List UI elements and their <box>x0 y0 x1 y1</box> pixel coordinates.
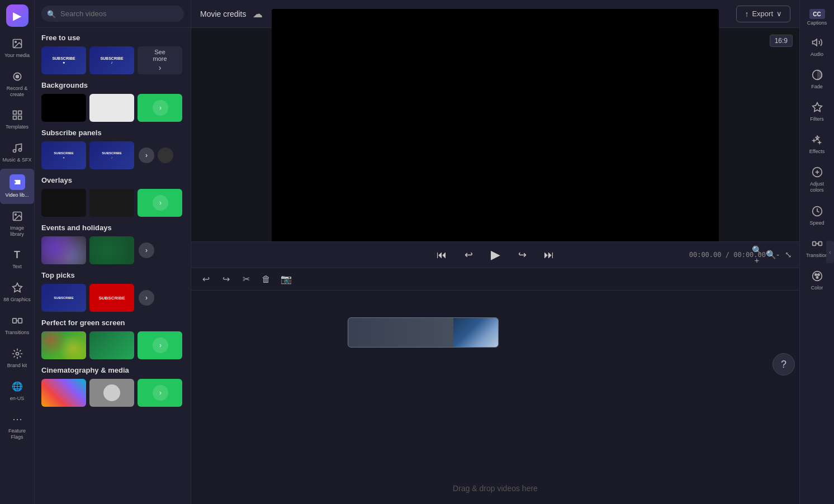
filters-panel-item[interactable]: Filters <box>800 95 834 127</box>
section-free-to-use-title: Free to use <box>41 34 184 42</box>
language-icon: 🌐 <box>11 380 24 393</box>
skip-back-button[interactable]: ⏮ <box>433 246 451 264</box>
overlay-thumb-1[interactable] <box>41 189 86 217</box>
free-thumb-1[interactable]: SUBSCRIBE● <box>41 46 86 74</box>
events-thumb-1[interactable] <box>41 236 86 264</box>
undo-button[interactable]: ↩ <box>198 272 214 287</box>
top-picks-thumb-1[interactable]: SUBSCRIBE <box>41 284 86 312</box>
skip-forward-button[interactable]: ⏭ <box>540 246 558 264</box>
rewind-button[interactable]: ↩ <box>459 246 477 264</box>
subscribe-panels-arrow-btn[interactable]: › <box>139 148 154 163</box>
video-lib-label: Video lib... <box>6 192 29 198</box>
svg-rect-6 <box>13 116 16 120</box>
cine-thumb-2[interactable] <box>89 379 134 407</box>
color-icon <box>811 269 824 283</box>
track-clip[interactable] <box>348 317 499 348</box>
backgrounds-arrow-btn[interactable]: › <box>153 100 168 116</box>
svg-point-11 <box>15 214 16 216</box>
free-see-more[interactable]: Seemore › <box>138 46 182 74</box>
cut-button[interactable]: ✂ <box>238 272 254 287</box>
captions-button[interactable]: CC Captions <box>805 4 830 30</box>
help-button[interactable]: ? <box>773 353 795 375</box>
section-backgrounds-title: Backgrounds <box>41 81 184 89</box>
green-screen-thumb-2[interactable] <box>89 331 134 359</box>
adjust-colors-panel-item[interactable]: Adjustcolors <box>800 160 834 199</box>
cinematography-arrow-btn[interactable]: › <box>153 385 168 401</box>
events-thumb-2[interactable] <box>89 236 134 264</box>
delete-button[interactable]: 🗑 <box>258 272 274 287</box>
sidebar-item-graphics[interactable]: 88 Graphics <box>0 275 34 308</box>
redo-button[interactable]: ↪ <box>218 272 234 287</box>
zoom-out-button[interactable]: 🔍- <box>766 248 779 261</box>
sidebar-item-record-create[interactable]: Record &create <box>0 64 34 103</box>
feature-flags-label: FeatureFlags <box>8 428 26 440</box>
text-label: Text <box>12 264 22 270</box>
sidebar-item-templates[interactable]: Templates <box>0 103 34 136</box>
svg-marker-18 <box>812 103 822 112</box>
sidebar-item-brand-kit[interactable]: Brand kit <box>0 341 34 374</box>
green-screen-arrow-btn[interactable]: › <box>153 337 168 353</box>
bg-white-thumb[interactable] <box>89 94 134 122</box>
green-screen-arrow-container[interactable]: › <box>138 331 182 359</box>
graphics-label: 88 Graphics <box>3 297 31 303</box>
captions-text: Captions <box>807 20 827 26</box>
overlay-thumb-2[interactable] <box>89 189 134 217</box>
fade-panel-item[interactable]: Fade <box>800 63 834 95</box>
sub-panel-thumb-2[interactable]: SUBSCRIBE ♪ <box>89 141 134 169</box>
zoom-controls: 🔍+ 🔍- ⤡ <box>750 248 795 261</box>
section-subscribe-panels-title: Subscribe panels <box>41 129 184 137</box>
snapshot-button[interactable]: 📷 <box>278 272 294 287</box>
audio-panel-item[interactable]: Audio <box>800 30 834 63</box>
backgrounds-row: › <box>41 94 184 122</box>
sub-panel-circle[interactable] <box>158 148 173 163</box>
overlays-arrow-btn[interactable]: › <box>153 195 168 211</box>
image-library-label: Imagelibrary <box>10 225 24 237</box>
effects-icon <box>811 133 824 146</box>
see-more-chevron: › <box>159 63 162 72</box>
search-icon: 🔍 <box>47 9 56 18</box>
zoom-in-button[interactable]: 🔍+ <box>750 248 764 261</box>
filters-icon <box>811 101 824 114</box>
transitions-icon <box>11 314 24 327</box>
aspect-ratio-badge[interactable]: 16:9 <box>770 35 793 47</box>
project-name: Movie credits <box>200 9 246 18</box>
free-thumb-2[interactable]: SUBSCRIBE♪ <box>89 46 134 74</box>
export-button[interactable]: ↑ Export ∨ <box>736 6 790 22</box>
effects-panel-item[interactable]: Effects <box>800 127 834 160</box>
sidebar-item-transitions[interactable]: Transitions <box>0 308 34 341</box>
bg-black-thumb[interactable] <box>41 94 86 122</box>
record-create-icon <box>11 70 24 83</box>
svg-rect-23 <box>812 241 816 245</box>
svg-marker-12 <box>12 283 22 292</box>
app-logo[interactable]: ▶ <box>6 4 29 27</box>
video-preview-area: 16:9 <box>191 28 799 241</box>
forward-button[interactable]: ↪ <box>513 246 531 264</box>
bg-more-arrow[interactable]: › <box>138 94 182 122</box>
search-input[interactable] <box>41 6 184 22</box>
top-picks-arrow-btn[interactable]: › <box>139 290 154 306</box>
svg-rect-14 <box>18 318 22 323</box>
top-picks-thumb-2[interactable]: SUBSCRIBE <box>89 284 134 312</box>
color-panel-item[interactable]: Color <box>800 264 834 296</box>
svg-point-28 <box>816 276 818 278</box>
overlays-arrow-container[interactable]: › <box>138 189 182 217</box>
fade-icon <box>811 68 824 82</box>
speed-panel-item[interactable]: Speed <box>800 199 834 231</box>
sidebar-item-image-library[interactable]: Imagelibrary <box>0 204 34 243</box>
speed-icon <box>811 205 824 218</box>
green-screen-thumb-1[interactable] <box>41 331 86 359</box>
sidebar-item-en-us[interactable]: 🌐 en-US <box>0 374 34 407</box>
sidebar-item-feature-flags[interactable]: ⋯ FeatureFlags <box>0 407 34 446</box>
cinematography-arrow-container[interactable]: › <box>138 379 182 407</box>
sidebar-item-video-lib[interactable]: Video lib... <box>0 169 34 204</box>
sidebar-item-your-media[interactable]: Your media <box>0 31 34 64</box>
events-arrow-btn[interactable]: › <box>139 243 154 258</box>
time-separator: / <box>726 251 733 259</box>
play-button[interactable]: ▶ <box>486 246 504 264</box>
sidebar-item-music-sfx[interactable]: Music & SFX <box>0 136 34 169</box>
cine-thumb-1[interactable] <box>41 379 86 407</box>
sidebar-item-text[interactable]: T Text <box>0 243 34 275</box>
fit-view-button[interactable]: ⤡ <box>781 248 795 261</box>
effects-label: Effects <box>809 149 824 154</box>
sub-panel-thumb-1[interactable]: SUBSCRIBE ● <box>41 141 86 169</box>
